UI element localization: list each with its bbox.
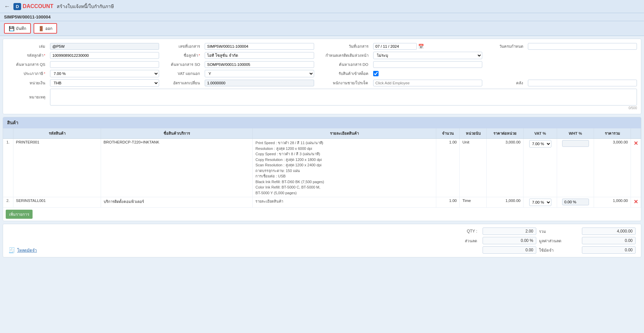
product-qty-1: 1.00	[436, 197, 460, 208]
top-bar: ← D DACCOUNT สร้างใบแจ้งหนี้/ใบกำกับภาษี	[0, 0, 644, 13]
doc-number-input[interactable]	[205, 43, 314, 50]
receipt-row: 🧾 โหลดมัดจำ	[8, 247, 444, 253]
save-icon: 💾	[9, 26, 14, 31]
table-header-row: รหัสสินค้า ชื่อสินค้า/บริการ รายละเอียดส…	[3, 128, 641, 139]
customer-name-input[interactable]	[205, 52, 314, 59]
product-code-1: SERINSTALL001	[13, 197, 101, 208]
currency-select[interactable]: THB	[50, 79, 159, 87]
note-label: หมายเหตุ	[7, 94, 47, 100]
logo-icon: D	[13, 3, 21, 10]
product-wht-1	[557, 197, 594, 208]
customer-code-input[interactable]	[50, 52, 159, 59]
product-price-1: 1,000.00	[487, 197, 524, 208]
receipt-icon[interactable]: 🧾	[8, 247, 15, 253]
load-deposit-link[interactable]: โหลดมัดจำ	[17, 247, 37, 253]
discount-value: 0.00	[582, 237, 636, 244]
exit-button[interactable]: 🚪 ออก	[34, 23, 57, 34]
vat-select-0[interactable]: 7.00 %	[529, 140, 551, 148]
qty-label: QTY :	[446, 229, 480, 234]
col-price: ราคาต่อหน่วย	[487, 128, 524, 139]
product-total-0: 3,000.00	[594, 139, 631, 197]
save-button[interactable]: 💾 บันทึก	[4, 23, 31, 34]
vat-separate-label: VAT แยกนอก	[162, 71, 202, 77]
product-vat-1[interactable]: 7.00 %	[524, 197, 557, 208]
col-vat: VAT %	[524, 128, 557, 139]
exit-icon: 🚪	[38, 26, 44, 31]
col-detail: รายละเอียดสินค้า	[253, 128, 436, 139]
doc-date-input[interactable]	[373, 43, 417, 50]
page-title: สร้างใบแจ้งหนี้/ใบกำกับภาษี	[57, 3, 114, 10]
calendar-icon[interactable]: 📅	[418, 44, 424, 49]
table-row: 2. SERINSTALL001 บริการติดตั้งคอมพิวเตอร…	[3, 197, 641, 208]
credit-limit-label: กำหนดเครดิตเดิมล่วงหน้า	[317, 52, 370, 58]
delete-button-1[interactable]: ✕	[634, 199, 638, 205]
col-action	[631, 128, 641, 139]
form-section: เล่ม เลขที่เอกสาร วันที่เอกสาร 📅 วันครบก…	[3, 39, 641, 114]
exchange-rate-input[interactable]	[205, 80, 314, 86]
product-wht-0	[557, 139, 594, 197]
wht-input-1[interactable]	[562, 199, 589, 205]
product-qty-0: 1.00	[436, 139, 460, 197]
employee-input[interactable]	[373, 80, 482, 86]
products-section: สินค้า รหัสสินค้า ชื่อสินค้า/บริการ รายล…	[3, 117, 641, 221]
warehouse-input[interactable]	[528, 80, 637, 86]
col-unit: หน่วยนับ	[460, 128, 487, 139]
book-input[interactable]	[50, 43, 159, 50]
search-qs-input[interactable]	[50, 61, 159, 68]
product-detail-1: รายละเอียดสินค้า	[253, 197, 436, 208]
table-row: 1. PRINTER001 BROTHERDCP-T220+INKTANK Pr…	[3, 139, 641, 197]
receipt-use-value: 0.00	[582, 246, 636, 254]
product-vat-0[interactable]: 7.00 %	[524, 139, 557, 197]
warehouse-label: คลัง	[485, 80, 525, 86]
product-price-0: 3,000.00	[487, 139, 524, 197]
product-total-1: 1,000.00	[594, 197, 631, 208]
employee-label: พนักงานชาย/โปรเจ็ค	[317, 80, 370, 86]
deposit-value: 0.00	[483, 246, 536, 254]
back-button[interactable]: ←	[4, 3, 10, 10]
row-num-1: 2.	[3, 197, 13, 208]
product-unit-1: Time	[460, 197, 487, 208]
col-product-name: ชื่อสินค้า/บริการ	[101, 128, 253, 139]
customer-name-label: ชื่อลูกค้า	[162, 52, 202, 58]
col-qty: จำนวน	[436, 128, 460, 139]
receive-product-checkbox[interactable]	[373, 71, 379, 76]
discount-label: ส่วนลด	[446, 238, 480, 244]
delete-cell-0: ✕	[631, 139, 641, 197]
summary-section: QTY : 2.00 รวม 4,000.00 ส่วนลด 0.00 % มู…	[3, 224, 641, 257]
currency-label: หน่วยเงิน	[7, 80, 47, 86]
total-value: 4,000.00	[582, 227, 636, 235]
vat-select-1[interactable]: 7.00 %	[529, 199, 551, 206]
note-textarea[interactable]	[50, 89, 637, 106]
col-wht: WHT %	[557, 128, 594, 139]
col-total: ราคารวม	[594, 128, 631, 139]
product-code-0: PRINTER001	[13, 139, 101, 197]
tax-select[interactable]: 7.00 %	[50, 70, 159, 77]
doc-date-label: วันที่เอกสาร	[317, 43, 370, 49]
doc-number-label: เลขที่เอกสาร	[162, 43, 202, 49]
wht-input-0[interactable]	[562, 140, 589, 147]
credit-limit-select[interactable]: ไม่ระบุ	[373, 52, 482, 59]
products-table: รหัสสินค้า ชื่อสินค้า/บริการ รายละเอียดส…	[3, 128, 641, 208]
product-name-1: บริการติดตั้งคอมพิวเตอร์	[101, 197, 253, 208]
search-do-input[interactable]	[373, 61, 482, 68]
search-so-input[interactable]	[205, 61, 314, 68]
doc-date-wrapper: 📅	[373, 43, 482, 50]
delete-button-0[interactable]: ✕	[634, 140, 638, 146]
document-id: SIMP5W/00011-100004	[4, 14, 51, 19]
search-so-label: ค้นหาเอกสาร SO	[162, 61, 202, 68]
brand-name: DACCOUNT	[22, 3, 53, 9]
save-label: บันทึก	[16, 25, 26, 32]
product-name-0: BROTHERDCP-T220+INKTANK	[101, 139, 253, 197]
toolbar: 💾 บันทึก 🚪 ออก	[0, 21, 644, 36]
exit-label: ออก	[45, 25, 52, 32]
vat-separate-select[interactable]: Y	[205, 70, 314, 77]
document-id-bar: SIMP5W/00011-100004	[0, 13, 644, 21]
qty-value: 2.00	[483, 227, 536, 235]
discount-value-label: มูลค่าส่วนลด	[539, 238, 579, 244]
add-row-button[interactable]: เพิ่มรายการ	[6, 210, 33, 219]
delete-cell-1: ✕	[631, 197, 641, 208]
due-date-input[interactable]	[528, 43, 637, 50]
exchange-rate-label: อัตราแลกเปลี่ยน	[162, 80, 202, 86]
col-num	[3, 128, 13, 139]
product-detail-0: Print Speed : ขาวดำ 28 / สี 11 (แผ่น/นาท…	[253, 139, 436, 197]
